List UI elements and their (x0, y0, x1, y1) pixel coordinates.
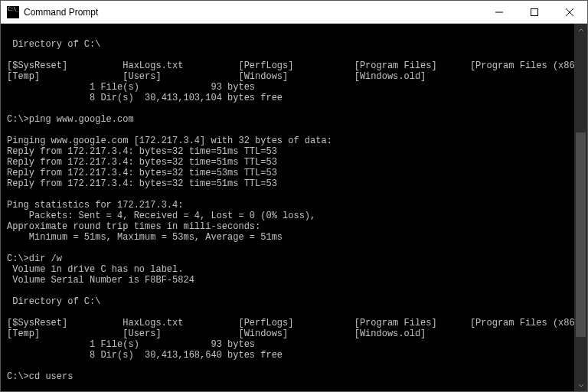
titlebar[interactable]: Command Prompt (1, 1, 587, 24)
chevron-down-icon (578, 382, 584, 388)
close-button[interactable] (552, 1, 587, 24)
scroll-up-button[interactable] (574, 24, 587, 37)
scroll-down-button[interactable] (574, 378, 587, 391)
app-icon (7, 6, 19, 18)
chevron-up-icon (578, 28, 584, 34)
svg-rect-1 (531, 8, 538, 15)
window-title: Command Prompt (24, 7, 98, 18)
terminal-text: Directory of C:\ [$SysReset] HaxLogs.txt… (7, 39, 586, 382)
scrollbar-thumb[interactable] (576, 132, 586, 338)
command-prompt-window: Command Prompt Directory of C:\ [$SysRes… (0, 0, 588, 392)
maximize-icon (531, 8, 538, 16)
close-icon (566, 8, 573, 16)
minimize-button[interactable] (482, 1, 517, 24)
minimize-icon (495, 8, 503, 16)
scrollbar-track[interactable] (574, 37, 587, 378)
vertical-scrollbar[interactable] (574, 24, 587, 391)
terminal-output[interactable]: Directory of C:\ [$SysReset] HaxLogs.txt… (1, 24, 587, 391)
maximize-button[interactable] (517, 1, 552, 24)
